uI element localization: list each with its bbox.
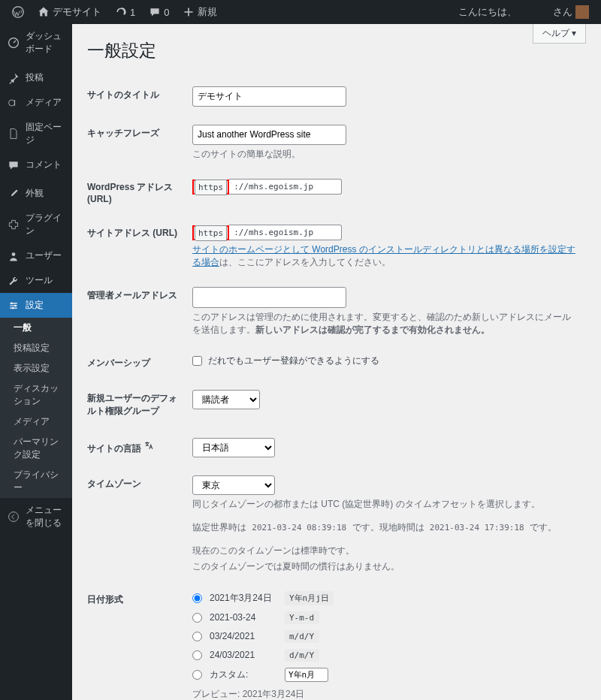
wrench-icon bbox=[8, 275, 20, 287]
svg-point-3 bbox=[12, 252, 16, 256]
collapse-icon bbox=[8, 511, 20, 523]
radio-date-4[interactable] bbox=[192, 650, 202, 660]
desc-site-url: サイトのホームページとして WordPress のインストールディレクトリとは異… bbox=[192, 243, 578, 269]
label-admin-email: 管理者メールアドレス bbox=[87, 278, 185, 345]
menu-comments[interactable]: コメント bbox=[0, 152, 72, 177]
desc-admin-email: このアドレスは管理のために使用されます。変更すると、確認のため新しいアドレスにメ… bbox=[192, 311, 578, 336]
label-timezone: タイムゾーン bbox=[87, 466, 185, 582]
main-content: ヘルプ ▾ 一般設定 サイトのタイトル キャッチフレーズ このサイトの簡単な説明… bbox=[72, 24, 601, 700]
menu-plugins[interactable]: プラグイン bbox=[0, 206, 72, 243]
label-site-title: サイトのタイトル bbox=[87, 77, 185, 116]
label-date-format: 日付形式 bbox=[87, 582, 185, 700]
input-site-title[interactable] bbox=[192, 86, 346, 107]
label-language: サイトの言語 bbox=[87, 429, 185, 466]
settings-submenu: 一般 投稿設定 表示設定 ディスカッション メディア パーマリンク設定 プライバ… bbox=[0, 318, 72, 498]
radio-date-custom[interactable] bbox=[192, 670, 202, 680]
submenu-privacy[interactable]: プライバシー bbox=[0, 465, 72, 498]
input-date-custom[interactable] bbox=[285, 668, 328, 682]
user-icon bbox=[8, 250, 20, 262]
menu-posts[interactable]: 投稿 bbox=[0, 65, 72, 90]
adminbar-site-label: デモサイト bbox=[53, 5, 101, 19]
date-preview: プレビュー: 2021年3月24日 bbox=[192, 688, 578, 700]
comment-icon bbox=[149, 6, 161, 18]
svg-point-2 bbox=[9, 100, 15, 106]
label-wp-url: WordPress アドレス (URL) bbox=[87, 170, 185, 216]
menu-users[interactable]: ユーザー bbox=[0, 243, 72, 268]
input-tagline[interactable] bbox=[192, 125, 346, 145]
adminbar-updates[interactable]: 1 bbox=[109, 0, 141, 24]
menu-media[interactable]: メディア bbox=[0, 90, 72, 115]
translate-icon bbox=[143, 440, 154, 451]
adminbar-comments[interactable]: 0 bbox=[143, 0, 175, 24]
label-membership: メンバーシップ bbox=[87, 345, 185, 381]
svg-point-6 bbox=[12, 307, 14, 309]
select-default-role[interactable]: 購読者 bbox=[192, 390, 260, 409]
checkbox-membership[interactable]: だれでもユーザー登録ができるようにする bbox=[192, 355, 578, 367]
radio-date-1[interactable] bbox=[192, 593, 202, 603]
submenu-permalink[interactable]: パーマリンク設定 bbox=[0, 432, 72, 465]
menu-settings[interactable]: 設定 bbox=[0, 293, 72, 318]
media-icon bbox=[8, 97, 20, 109]
wordpress-icon bbox=[12, 6, 24, 18]
plugin-icon bbox=[8, 219, 20, 231]
comment-icon bbox=[8, 159, 20, 171]
adminbar-account[interactable]: こんにちは、さん bbox=[452, 0, 595, 24]
menu-tools[interactable]: ツール bbox=[0, 268, 72, 293]
wp-url-host: ://mhs.egoism.jp bbox=[229, 179, 342, 195]
help-tab[interactable]: ヘルプ ▾ bbox=[533, 24, 586, 44]
desc-tagline: このサイトの簡単な説明。 bbox=[192, 148, 578, 161]
admin-bar: デモサイト 1 0 新規 こんにちは、さん bbox=[0, 0, 601, 24]
input-admin-email[interactable] bbox=[192, 287, 346, 307]
submenu-reading[interactable]: 表示設定 bbox=[0, 358, 72, 379]
submenu-media[interactable]: メディア bbox=[0, 412, 72, 432]
submenu-general[interactable]: 一般 bbox=[0, 318, 72, 338]
select-language[interactable]: 日本語 bbox=[192, 438, 275, 457]
plus-icon bbox=[183, 6, 195, 18]
svg-point-5 bbox=[14, 304, 16, 306]
dashboard-icon bbox=[8, 37, 20, 49]
desc-tz-note1: 現在のこのタイムゾーンは標準時です。 bbox=[192, 545, 578, 557]
wp-url-scheme: https bbox=[195, 180, 227, 195]
collapse-menu[interactable]: メニューを閉じる bbox=[0, 498, 72, 536]
label-tagline: キャッチフレーズ bbox=[87, 116, 185, 170]
adminbar-new[interactable]: 新規 bbox=[177, 0, 223, 24]
pin-icon bbox=[8, 72, 20, 84]
label-site-url: サイトアドレス (URL) bbox=[87, 216, 185, 278]
desc-utc-time: 協定世界時は 2021-03-24 08:39:18 です。現地時間は 2021… bbox=[192, 521, 578, 534]
submenu-writing[interactable]: 投稿設定 bbox=[0, 338, 72, 358]
update-icon bbox=[115, 6, 127, 18]
submenu-discussion[interactable]: ディスカッション bbox=[0, 379, 72, 412]
input-wp-url[interactable]: https://mhs.egoism.jp bbox=[192, 179, 578, 195]
menu-pages[interactable]: 固定ページ bbox=[0, 115, 72, 152]
page-icon bbox=[8, 128, 20, 140]
settings-icon bbox=[8, 300, 20, 312]
radio-date-3[interactable] bbox=[192, 632, 202, 641]
desc-timezone: 同じタイムゾーンの都市または UTC (協定世界時) のタイムオフセットを選択し… bbox=[192, 498, 578, 511]
svg-point-7 bbox=[9, 512, 19, 522]
menu-appearance[interactable]: 外観 bbox=[0, 181, 72, 206]
site-url-host: ://mhs.egoism.jp bbox=[229, 225, 342, 240]
page-title: 一般設定 bbox=[87, 39, 586, 62]
select-timezone[interactable]: 東京 bbox=[192, 475, 275, 495]
radio-date-2[interactable] bbox=[192, 613, 202, 623]
adminbar-wp-logo[interactable] bbox=[6, 0, 30, 24]
home-icon bbox=[38, 6, 50, 18]
admin-menu: ダッシュボード 投稿 メディア 固定ページ コメント 外観 プラグイン ユーザー… bbox=[0, 24, 72, 700]
menu-dashboard[interactable]: ダッシュボード bbox=[0, 24, 72, 62]
label-default-role: 新規ユーザーのデフォルト権限グループ bbox=[87, 381, 185, 429]
adminbar-site[interactable]: デモサイト bbox=[32, 0, 107, 24]
site-url-scheme: https bbox=[195, 225, 227, 241]
desc-tz-note2: このタイムゾーンでは夏時間の慣行はありません。 bbox=[192, 560, 578, 573]
brush-icon bbox=[8, 188, 20, 200]
user-avatar bbox=[575, 5, 589, 19]
input-site-url[interactable]: https://mhs.egoism.jp bbox=[192, 225, 578, 240]
svg-point-4 bbox=[11, 302, 12, 303]
